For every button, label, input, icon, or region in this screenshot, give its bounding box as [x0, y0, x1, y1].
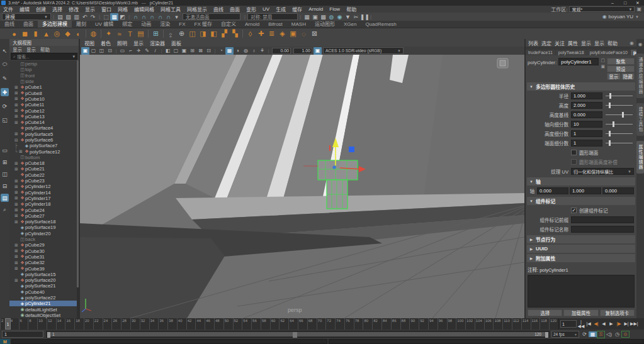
outliner-item-pCube32[interactable]: ⊞❖pCube32: [9, 260, 79, 265]
expand-toggle[interactable]: ⊞: [14, 114, 20, 119]
zoom-tool[interactable]: ⌕: [1, 206, 9, 214]
section-节点行为[interactable]: ▶节点行为: [527, 235, 635, 243]
outliner-item-persp[interactable]: ◫persp: [9, 61, 79, 67]
wireframe-on-shaded-icon[interactable]: ▦: [225, 47, 234, 55]
outliner-item-polySurface12[interactable]: └⊞❖polySurface12: [9, 148, 79, 154]
boolean-union-icon[interactable]: ◫: [187, 29, 198, 38]
slider-handle[interactable]: [609, 140, 611, 146]
current-frame-marker[interactable]: 1: [5, 318, 11, 330]
attr-checkbox-圆形端面高度补偿[interactable]: [571, 159, 577, 165]
wedge-icon[interactable]: ◈: [277, 29, 288, 38]
grease-pencil-icon[interactable]: ✎: [143, 47, 151, 55]
section-附加属性[interactable]: ▶附加属性: [527, 254, 635, 262]
attr-value-field[interactable]: 10: [571, 121, 602, 128]
step-back-key-button[interactable]: ◀|: [592, 321, 600, 326]
outliner-item-pCylinder12[interactable]: ⊞❖pCylinder12: [9, 184, 79, 189]
right-tab-属性编辑器[interactable]: 属性编辑器: [636, 141, 644, 174]
outliner-item-pCylinder20[interactable]: ◈pCylinder20: [9, 231, 79, 236]
poly-torus-icon[interactable]: ◎: [52, 29, 62, 38]
expand-toggle[interactable]: ⊞: [19, 149, 24, 154]
outliner-item-pCube21[interactable]: ⊞❖pCube21: [9, 166, 79, 172]
stack-icon[interactable]: ▣: [601, 64, 605, 69]
outliner-item-pCube27[interactable]: ⊞❖pCube27: [9, 213, 79, 219]
shadows-icon[interactable]: ⊠: [196, 47, 205, 55]
expand-toggle[interactable]: ⊞: [14, 266, 20, 271]
expand-toggle[interactable]: ⊞: [14, 202, 20, 207]
attr-value-field[interactable]: 1: [571, 140, 602, 147]
attr-slider[interactable]: [606, 140, 634, 147]
axis-value-field[interactable]: 0.000: [602, 187, 634, 194]
expand-toggle[interactable]: ⊞: [14, 184, 20, 189]
symmetry-field[interactable]: 对称: 禁用: [247, 13, 298, 20]
outliner-item-front[interactable]: ◫front: [9, 73, 79, 79]
wireframe-icon[interactable]: ◧: [164, 47, 172, 55]
shelf-tab-FX[interactable]: FX: [174, 21, 189, 28]
layout-hypershade[interactable]: ▤: [1, 194, 9, 202]
step-back-frame-button[interactable]: |◀: [585, 321, 592, 326]
layout-four-pane[interactable]: ⊞: [1, 158, 9, 166]
shelf-tab-Arnold[interactable]: Arnold: [240, 21, 264, 28]
filter-icon[interactable]: ▾: [72, 54, 75, 59]
notes-textarea[interactable]: [528, 275, 635, 308]
menu-item-网格工具[interactable]: 网格工具: [157, 6, 184, 13]
view-cube-gizmo[interactable]: [497, 58, 508, 68]
component-tag-field[interactable]: [571, 226, 634, 233]
range-bar[interactable]: [47, 332, 548, 336]
xray-icon[interactable]: ◑: [234, 47, 242, 55]
step-forward-key-button[interactable]: |▶: [615, 321, 623, 326]
menu-item-帮助[interactable]: 帮助: [343, 6, 359, 13]
menu-item-Flow[interactable]: Flow: [326, 6, 343, 12]
shelf-tab-MASH[interactable]: MASH: [287, 21, 310, 28]
go-to-end-button[interactable]: ▶▶|: [630, 321, 638, 326]
menu-item-UV[interactable]: UV: [259, 6, 273, 12]
divider-icon[interactable]: /: [151, 47, 159, 55]
shelf-tab-多边形建模[interactable]: 多边形建模: [38, 19, 72, 28]
ae-menu-选定[interactable]: 选定: [541, 40, 551, 47]
ae-menu-列表[interactable]: 列表: [528, 40, 538, 47]
slider-handle[interactable]: [609, 131, 611, 136]
render-region-icon[interactable]: ▼: [344, 13, 352, 21]
play-backwards-button[interactable]: ◀: [600, 321, 607, 326]
ao-icon[interactable]: ⊡: [205, 47, 213, 55]
expand-toggle[interactable]: ⊞: [14, 190, 20, 195]
attr-select-纹理 UV[interactable]: 归一化和保持纵横比▼: [571, 168, 634, 175]
range-middle-handle[interactable]: [293, 332, 297, 338]
viewport-menu-照明[interactable]: 照明: [115, 40, 130, 47]
attr-slider[interactable]: [606, 130, 634, 137]
select-camera-icon[interactable]: ▣: [81, 47, 89, 55]
character-set-icon[interactable]: ☺: [621, 331, 630, 338]
workspace-select[interactable]: 常规* ▼: [569, 6, 635, 12]
focus-button[interactable]: 聚焦: [607, 58, 635, 65]
attr-value-field[interactable]: 0.000: [571, 111, 602, 118]
textured-icon[interactable]: ▣: [180, 47, 188, 55]
outliner-item-polySurface6[interactable]: ⊟❖polySurface6: [9, 137, 79, 143]
ae-menu-显示[interactable]: 显示: [594, 40, 604, 47]
ae-tab-polyTweak18[interactable]: polyTweak18: [556, 50, 587, 55]
shaded-icon[interactable]: ▢: [172, 47, 180, 55]
lights-icon[interactable]: ⊞: [188, 47, 196, 55]
outliner-item-polySurface18[interactable]: ⊞❖polySurface18: [9, 219, 79, 225]
outliner-item-polySurface4[interactable]: ❖polySurface4: [9, 125, 79, 131]
expand-toggle[interactable]: ⊞: [14, 219, 20, 225]
section-component-tags[interactable]: ▼ 组件标记: [527, 197, 635, 205]
outliner-item-pCube22[interactable]: ❖pCube22: [9, 172, 79, 178]
outliner-item-pCube29[interactable]: ⊞❖pCube29: [9, 242, 79, 248]
menu-item-网格显示[interactable]: 网格显示: [184, 6, 210, 13]
outliner-item-side[interactable]: ◫side: [9, 79, 79, 84]
outliner-item-polySurface21[interactable]: ◈polySurface21: [9, 283, 79, 289]
bevel-icon[interactable]: ◊: [245, 29, 256, 38]
axis-value-field[interactable]: 0.000: [537, 187, 568, 194]
isolate-icon[interactable]: ◔: [217, 47, 225, 55]
poly-cone-icon[interactable]: ▲: [41, 29, 52, 38]
xray-joints-icon[interactable]: ◍: [242, 47, 250, 55]
manip-z-handle[interactable]: [349, 147, 354, 152]
viewport-menu-着色[interactable]: 着色: [98, 40, 113, 47]
outliner-item-pCube18[interactable]: ⊞❖pCube18: [9, 160, 79, 166]
gamma-field[interactable]: 1.00: [293, 48, 312, 54]
attr-checkbox-圆形端面[interactable]: [571, 150, 577, 155]
outliner-item-pCube12[interactable]: ⊞❖pCube12: [9, 108, 79, 113]
show-button[interactable]: 显示: [607, 73, 621, 80]
expand-toggle[interactable]: ⊞: [14, 161, 20, 166]
shelf-tab-曲线[interactable]: 曲线: [0, 19, 19, 28]
outliner-item-back[interactable]: ◫back: [9, 236, 79, 242]
